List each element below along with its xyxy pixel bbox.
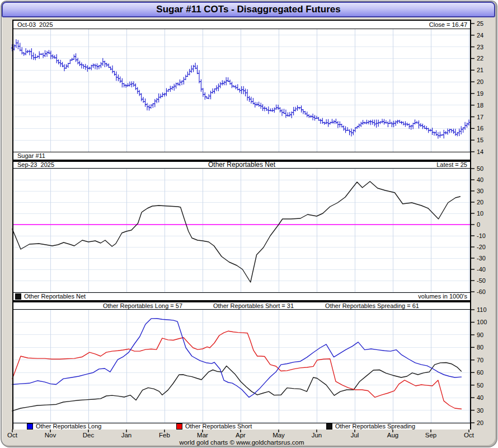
price-series-label: Sugar #11	[17, 152, 45, 160]
y-tick-label: 110	[477, 306, 487, 313]
y-tick-label: 15	[477, 137, 483, 143]
month-label: Feb	[159, 432, 170, 438]
breakdown-header-label: Other Reportables Spreading = 61	[325, 303, 419, 309]
legend-item: Other Reportables Short	[176, 423, 252, 430]
price-panel-footer: Sugar #11	[13, 152, 470, 160]
month-label: Jan	[121, 432, 132, 438]
y-tick-label: 70	[477, 357, 483, 363]
net-date-label: Sep-23 2025	[17, 162, 54, 168]
y-tick-label: 25	[477, 20, 483, 27]
breakdown-panel-footer: Other Reportables LongOther Reportables …	[13, 423, 470, 430]
legend-swatch-icon	[326, 423, 332, 430]
legend-item: Other Reportables Long	[27, 423, 101, 430]
month-label: Jun	[312, 432, 322, 438]
y-tick-label: -30	[477, 255, 486, 262]
y-tick-label: 10	[477, 210, 483, 217]
y-tick-label: 17	[477, 114, 483, 120]
net-legend-item: Other Reportables Net	[15, 293, 86, 300]
month-label: Oct	[464, 432, 474, 438]
net-legend-swatch-icon	[15, 293, 21, 300]
chart-canvas	[0, 0, 498, 448]
y-tick-label: 100	[477, 319, 487, 325]
month-label: May	[273, 432, 285, 438]
net-legend-label: Other Reportables Net	[24, 293, 86, 300]
legend-swatch-icon	[27, 423, 33, 430]
legend-swatch-icon	[176, 423, 182, 430]
price-panel-header: Oct-03 2025 Close = 16.47	[13, 21, 470, 29]
net-latest-label: Latest = 25	[436, 162, 467, 168]
legend-label: Other Reportables Spreading	[335, 423, 415, 430]
y-tick-label: 22	[477, 55, 483, 62]
y-tick-label: 30	[477, 407, 483, 414]
y-tick-label: 50	[477, 165, 483, 172]
y-tick-label: -40	[477, 266, 486, 273]
month-label: Sep	[425, 432, 436, 438]
month-label: Apr	[236, 432, 246, 438]
y-tick-label: -50	[477, 277, 486, 284]
volumes-note: volumes in 1000's	[418, 293, 467, 300]
chart-window: Sugar #11 COTs - Disaggregated Futures O…	[0, 0, 498, 448]
y-tick-label: 20	[477, 78, 483, 85]
y-tick-label: 30	[477, 188, 483, 194]
price-date-label: Oct-03 2025	[17, 21, 53, 29]
y-tick-label: 24	[477, 32, 483, 39]
y-tick-label: 16	[477, 125, 483, 132]
legend-label: Other Reportables Long	[36, 423, 101, 430]
y-tick-label: 18	[477, 102, 483, 109]
legend-item: Other Reportables Spreading	[326, 423, 415, 430]
legend-label: Other Reportables Short	[185, 423, 252, 430]
y-tick-label: 23	[477, 44, 483, 50]
y-tick-label: 19	[477, 90, 483, 97]
net-panel-title: Other Reportables Net	[208, 162, 275, 168]
footer-credit: world gold charts © www.goldchartsrus.co…	[12, 439, 471, 446]
y-tick-label: 40	[477, 176, 483, 183]
y-tick-label: -60	[477, 288, 486, 295]
y-tick-label: -20	[477, 244, 486, 250]
breakdown-header-label: Other Reportables Long = 57	[103, 303, 182, 309]
y-tick-label: 60	[477, 369, 483, 376]
y-tick-label: 14	[477, 148, 483, 155]
y-tick-label: 20	[477, 199, 483, 206]
net-panel-footer: Other Reportables Net volumes in 1000's	[13, 292, 470, 300]
breakdown-header-label: Other Reportables Short = 31	[213, 303, 294, 309]
price-close-label: Close = 16.47	[429, 21, 467, 29]
y-tick-label: 80	[477, 344, 483, 351]
y-tick-label: 90	[477, 332, 483, 338]
month-label: Oct	[7, 432, 17, 438]
breakdown-panel-header: Other Reportables Long = 57Other Reporta…	[13, 303, 470, 310]
y-tick-label: 21	[477, 67, 483, 73]
month-label: Aug	[387, 432, 398, 438]
y-tick-label: 50	[477, 382, 483, 389]
y-tick-label: 40	[477, 394, 483, 401]
y-tick-label: 20	[477, 419, 483, 426]
month-label: Nov	[45, 432, 56, 438]
y-tick-label: -10	[477, 232, 486, 239]
month-label: Jul	[351, 432, 359, 438]
month-label: Dec	[83, 432, 94, 438]
net-panel-header: Sep-23 2025 Other Reportables Net Latest…	[13, 162, 470, 169]
month-label: Mar	[197, 432, 208, 438]
y-tick-label: 0	[477, 221, 480, 228]
